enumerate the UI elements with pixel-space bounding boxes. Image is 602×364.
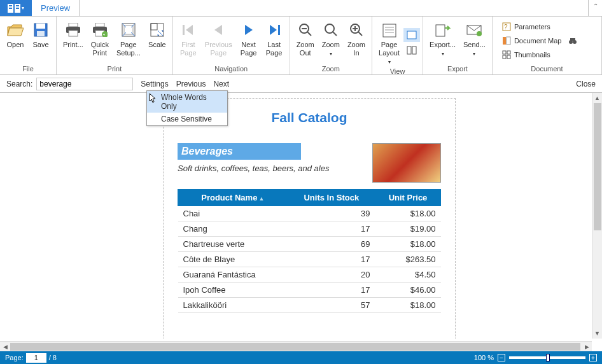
preview-area: Fall Catalog Beverages Soft drinks, coff…: [0, 93, 602, 339]
chevron-down-icon: ▾: [22, 5, 24, 11]
cell-price: $46.00: [375, 283, 441, 298]
svg-rect-8: [37, 31, 45, 36]
tab-preview[interactable]: Preview: [32, 0, 80, 16]
view-mode-1-button[interactable]: [403, 28, 420, 42]
ribbon-group-export: Export...▾ Send...▾ Export: [423, 17, 493, 74]
first-page-button[interactable]: First Page: [176, 18, 201, 64]
save-icon: [34, 23, 48, 37]
chevron-down-icon: ▾: [473, 51, 475, 57]
cell-price: $18.00: [375, 298, 441, 313]
zoom-slider-thumb[interactable]: [546, 354, 550, 361]
cell-name: Côte de Blaye: [178, 252, 288, 267]
category-title: Beverages: [178, 143, 301, 160]
svg-line-26: [333, 32, 337, 36]
zoom-icon: [324, 23, 338, 37]
svg-rect-3: [9, 8, 12, 9]
cell-price: $18.00: [375, 237, 441, 252]
last-page-icon: [267, 24, 281, 36]
page-setup-button[interactable]: Page Setup...: [113, 18, 144, 64]
svg-rect-19: [151, 24, 157, 30]
svg-rect-31: [383, 24, 396, 37]
scroll-left-button[interactable]: ◀: [0, 342, 10, 352]
scale-button[interactable]: Scale: [144, 18, 170, 64]
svg-rect-36: [407, 46, 411, 54]
ribbon-group-document: ? Parameters Document Map Thumbnails Doc…: [493, 17, 602, 74]
export-button[interactable]: Export...▾: [426, 18, 459, 64]
col-unit-price[interactable]: Unit Price: [375, 190, 441, 206]
zoom-out-button[interactable]: Zoom Out: [293, 18, 318, 64]
svg-rect-50: [503, 55, 506, 59]
collapse-ribbon-button[interactable]: ⌃: [588, 0, 602, 16]
cell-stock: 20: [288, 267, 375, 283]
scroll-up-button[interactable]: ▲: [592, 93, 602, 103]
cell-name: Chartreuse verte: [178, 237, 288, 252]
ribbon-group-view: Page Layout▾ View: [372, 17, 423, 74]
book-icon: [8, 4, 20, 13]
sort-asc-icon: ▲: [258, 195, 264, 202]
zoom-slider[interactable]: [509, 356, 585, 359]
search-close-button[interactable]: Close: [576, 80, 596, 88]
dropdown-whole-words[interactable]: Whole Words Only: [147, 91, 227, 113]
product-table: Product Name▲ Units In Stock Unit Price …: [178, 189, 441, 313]
open-button[interactable]: Open: [3, 18, 28, 64]
quick-print-button[interactable]: Quick Print: [87, 18, 113, 64]
scroll-thumb-vertical[interactable]: [594, 103, 601, 230]
app-menu-button[interactable]: ▾: [0, 0, 32, 16]
document-map-button[interactable]: Document Map: [499, 34, 581, 47]
svg-rect-20: [183, 25, 185, 35]
printer-icon: [66, 23, 81, 37]
cell-stock: 17: [288, 221, 375, 237]
next-page-button[interactable]: Next Page: [236, 18, 262, 64]
printer-bolt-icon: [92, 23, 108, 37]
scroll-right-button[interactable]: ▶: [582, 342, 592, 352]
ribbon-group-navigation: First Page Previous Page Next Page Last …: [173, 17, 290, 74]
parameters-button[interactable]: ? Parameters: [499, 20, 581, 33]
col-product-name[interactable]: Product Name▲: [178, 190, 288, 206]
cell-stock: 39: [288, 206, 375, 221]
scroll-thumb-horizontal[interactable]: [10, 343, 580, 351]
page-facing-icon: [407, 46, 417, 55]
zoom-minus-button[interactable]: −: [498, 354, 505, 361]
svg-rect-11: [69, 31, 78, 36]
cell-name: Chai: [178, 206, 288, 221]
cell-name: Chang: [178, 221, 288, 237]
parameters-icon: ?: [502, 22, 511, 31]
svg-rect-9: [69, 23, 78, 27]
cell-name: Lakkalikööri: [178, 298, 288, 313]
thumbnails-button[interactable]: Thumbnails: [499, 48, 581, 61]
cell-stock: 57: [288, 298, 375, 313]
send-button[interactable]: Send...▾: [459, 18, 489, 64]
dropdown-case-sensitive[interactable]: Case Sensitive: [147, 113, 227, 125]
binoculars-icon[interactable]: [568, 36, 577, 45]
view-mode-2-button[interactable]: [403, 43, 420, 57]
cell-name: Guaraná Fantástica: [178, 267, 288, 283]
status-bar: Page: / 8 100 % − +: [0, 351, 602, 364]
cell-price: $4.50: [375, 267, 441, 283]
svg-rect-38: [436, 25, 445, 36]
horizontal-scrollbar[interactable]: ◀ ▶: [0, 341, 592, 351]
previous-page-button[interactable]: Previous Page: [201, 18, 236, 64]
scale-icon: [150, 23, 164, 37]
search-settings-button[interactable]: Settings: [141, 80, 168, 88]
scroll-down-button[interactable]: ▼: [592, 328, 602, 339]
print-button[interactable]: Print...: [59, 18, 87, 64]
last-page-button[interactable]: Last Page: [262, 18, 287, 64]
page-number-input[interactable]: [26, 353, 46, 363]
zoom-plus-button[interactable]: +: [589, 354, 597, 361]
group-label-export: Export: [426, 64, 489, 74]
save-button[interactable]: Save: [28, 18, 53, 64]
search-next-button[interactable]: Next: [213, 80, 229, 88]
zoom-button[interactable]: Zoom▾: [318, 18, 344, 64]
svg-rect-37: [412, 46, 416, 54]
group-label-navigation: Navigation: [176, 64, 287, 74]
vertical-scrollbar[interactable]: ▲ ▼: [592, 93, 602, 339]
search-input[interactable]: [36, 78, 133, 90]
page-layout-button[interactable]: Page Layout▾: [375, 18, 403, 66]
ribbon-group-file: Open Save File: [0, 17, 57, 74]
zoom-value: 100 %: [474, 354, 494, 361]
cell-price: $263.50: [375, 252, 441, 267]
zoom-in-button[interactable]: Zoom In: [344, 18, 369, 64]
svg-rect-2: [9, 5, 12, 6]
search-previous-button[interactable]: Previous: [176, 80, 206, 88]
col-units-in-stock[interactable]: Units In Stock: [288, 190, 375, 206]
